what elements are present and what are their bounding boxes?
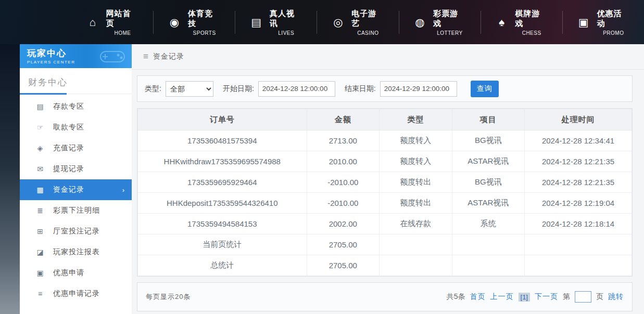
table-row[interactable]: HHKdeposit1735359544326410 -2010.00 额度转出…: [138, 193, 632, 214]
summary-row: 总统计 2705.00: [138, 255, 632, 276]
nav-label-en: LIVES: [278, 30, 294, 36]
funds-record-icon: ▦: [35, 186, 45, 194]
summary-row: 当前页统计 2705.00: [138, 234, 632, 255]
nav-item[interactable]: ◍ 彩票游戏 LOTTERY: [399, 11, 481, 34]
cell-project: BG视讯: [452, 172, 525, 193]
cell-type: 额度转入: [380, 151, 452, 172]
sidebar-menu-item[interactable]: ≡ 优惠申请记录 ›: [20, 283, 132, 304]
funds-records-table: 订单号金额类型项目处理时间 1735360481575394 2713.00 额…: [137, 109, 632, 276]
cell-time: 2024-12-28 12:19:04: [525, 193, 632, 214]
summary-label: 总统计: [138, 255, 307, 276]
nav-label-zh: 体育竞技: [188, 9, 221, 29]
sidebar-item-label: 优惠申请记录: [53, 289, 100, 298]
end-date-label: 结束日期:: [345, 84, 376, 94]
nav-label-zh: 电子游艺: [351, 9, 384, 29]
deposit-card-icon: ▤: [35, 102, 45, 111]
lottery-detail-icon: ≣: [35, 206, 45, 215]
summary-empty: [452, 255, 525, 276]
nav-label-zh: 真人视讯: [270, 9, 302, 29]
summary-empty: [380, 255, 452, 276]
table-row[interactable]: 1735360481575394 2713.00 额度转入 BG视讯 2024-…: [138, 130, 632, 151]
spade-icon: ♠: [495, 17, 509, 28]
cell-order-no: 1735360481575394: [138, 130, 307, 151]
end-date-input[interactable]: [380, 81, 457, 97]
sidebar-item-label: 提现记录: [53, 164, 84, 174]
playing-cards-icon: ▤: [249, 17, 263, 28]
nav-item[interactable]: ◎ 电子游艺 CASINO: [317, 11, 398, 34]
nav-item[interactable]: ▤ 真人视讯 LIVES: [235, 11, 317, 34]
column-header: 项目: [452, 109, 525, 130]
sidebar-menu-item[interactable]: ✉ 提现记录 ›: [20, 159, 132, 179]
total-count: 共5条: [447, 292, 465, 302]
nav-label-en: HOME: [114, 30, 131, 36]
cell-type: 额度转入: [380, 130, 452, 151]
sidebar-item-label: 资金记录: [53, 185, 84, 194]
withdraw-hand-icon: ☞: [35, 123, 45, 132]
cell-order-no: HHKdeposit1735359544326410: [138, 193, 307, 214]
table-header-row: 订单号金额类型项目处理时间: [138, 109, 632, 130]
sports-ball-icon: ◉: [168, 17, 181, 28]
first-page-link[interactable]: 首页: [470, 292, 486, 302]
nav-label-zh: 网站首页: [106, 9, 139, 29]
sidebar-item-label: 存款专区: [53, 102, 84, 111]
column-header: 处理时间: [525, 109, 632, 130]
jump-button[interactable]: 跳转: [608, 292, 624, 302]
summary-empty: [380, 234, 452, 255]
start-date-label: 开始日期:: [223, 84, 254, 94]
cell-amount: 2713.00: [307, 130, 380, 151]
sidebar-item-label: 厅室投注记录: [53, 227, 100, 236]
cell-amount: -2010.00: [307, 172, 380, 193]
nav-label-en: SPORTS: [193, 30, 216, 36]
start-date-input[interactable]: [258, 81, 335, 97]
sidebar-menu-item[interactable]: ▦ 资金记录 ›: [20, 179, 132, 200]
nav-label-en: CHESS: [522, 30, 541, 36]
pager: 共5条 首页 上一页 [1] 下一页 第 页 跳转: [447, 291, 624, 303]
wallet-icon: ✉: [35, 165, 45, 173]
nav-label: 彩票游戏 LOTTERY: [433, 9, 466, 36]
page-jump-input[interactable]: [575, 291, 591, 303]
summary-label: 当前页统计: [138, 234, 307, 255]
sidebar-menu-item[interactable]: ◪ 玩家投注报表 ›: [20, 242, 132, 263]
nav-item[interactable]: ◉ 体育竞技 SPORTS: [153, 11, 235, 34]
summary-amount: 2705.00: [307, 234, 380, 255]
sidebar-menu-item[interactable]: ◈ 充值记录 ›: [20, 138, 132, 159]
prev-page-link[interactable]: 上一页: [490, 292, 514, 302]
filter-bar: 类型: 全部 开始日期: 结束日期: 查询: [137, 75, 633, 102]
column-header: 金额: [307, 109, 380, 130]
gift-icon: ▣: [577, 17, 590, 28]
cell-order-no: 1735359494584153: [138, 214, 307, 234]
room-bet-record-icon: ⊞: [35, 227, 45, 236]
cell-amount: 2010.00: [307, 151, 380, 172]
sidebar-menu-item[interactable]: ▤ 存款专区 ›: [20, 96, 132, 117]
next-page-link[interactable]: 下一页: [535, 292, 558, 302]
sidebar-item-label: 玩家投注报表: [53, 247, 100, 257]
nav-item[interactable]: ♠ 棋牌游戏 CHESS: [481, 11, 562, 34]
nav-label-zh: 棋牌游戏: [515, 9, 548, 29]
cell-type: 额度转出: [380, 172, 452, 193]
table-row[interactable]: HHKwithdraw1735359695574988 2010.00 额度转入…: [138, 151, 632, 172]
current-page[interactable]: [1]: [519, 293, 530, 302]
column-header: 订单号: [138, 109, 307, 130]
type-select[interactable]: 全部: [166, 81, 213, 97]
nav-label-en: CASINO: [357, 30, 378, 36]
cell-amount: -2010.00: [307, 193, 380, 214]
sidebar-menu-item[interactable]: ≣ 彩票下注明细 ›: [20, 200, 132, 221]
promo-record-icon: ≡: [35, 290, 45, 298]
sidebar-menu-item[interactable]: ▣ 优惠申请 ›: [20, 263, 132, 283]
sidebar-item-label: 充值记录: [53, 143, 84, 153]
hamburger-icon[interactable]: ≡: [143, 51, 148, 62]
per-page-label: 每页显示20条: [146, 292, 191, 302]
bet-report-icon: ◪: [35, 248, 45, 256]
sidebar-menu-item[interactable]: ☞ 取款专区 ›: [20, 117, 132, 138]
table-row[interactable]: 1735359695929464 -2010.00 额度转出 BG视讯 2024…: [138, 172, 632, 193]
personal-center-heading: 个人中心: [20, 304, 132, 314]
nav-label: 真人视讯 LIVES: [270, 9, 302, 36]
table-row[interactable]: 1735359494584153 2002.00 在线存款 系统 2024-12…: [138, 214, 632, 234]
nav-item[interactable]: ⌂ 网站首页 HOME: [72, 11, 153, 34]
search-button[interactable]: 查询: [471, 81, 499, 97]
nav-item[interactable]: ▣ 优惠活动 PROMO: [562, 11, 644, 34]
summary-empty: [525, 234, 632, 255]
sidebar-menu-item[interactable]: ⊞ 厅室投注记录 ›: [20, 221, 132, 242]
cell-time: 2024-12-28 12:21:35: [525, 151, 632, 172]
records-table-container: 订单号金额类型项目处理时间 1735360481575394 2713.00 额…: [137, 108, 633, 277]
